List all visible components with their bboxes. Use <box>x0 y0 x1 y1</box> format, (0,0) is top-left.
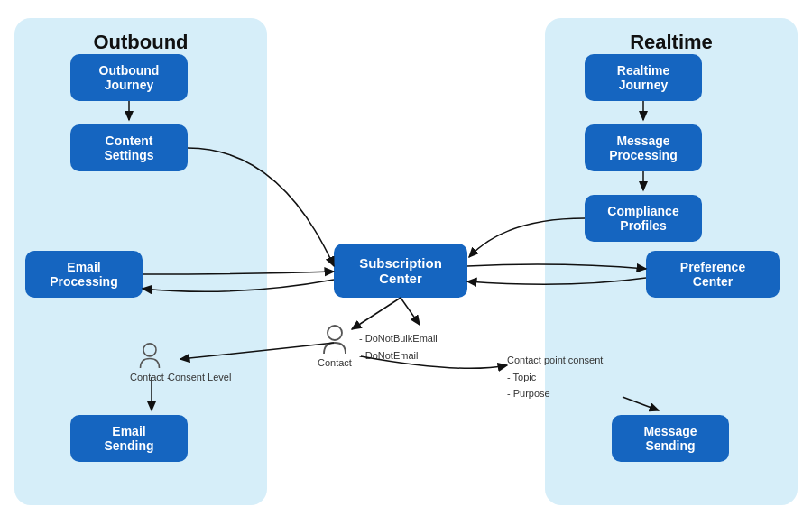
outbound-journey-box[interactable]: OutboundJourney <box>70 54 188 101</box>
message-sending-box[interactable]: MessageSending <box>612 415 729 462</box>
svg-line-5 <box>352 298 401 329</box>
realtime-title: Realtime <box>545 18 798 54</box>
contact-center-label: Contact <box>318 357 352 368</box>
svg-point-0 <box>328 326 342 340</box>
email-sending-box[interactable]: EmailSending <box>70 415 188 462</box>
contact-left-label: Contact - <box>130 372 171 382</box>
diagram-container: Outbound Realtime OutboundJourney Conten… <box>0 0 812 525</box>
contact-center-icon: Contact <box>318 323 352 368</box>
contact-point-label: Contact point consent - Topic - Purpose <box>507 352 603 402</box>
message-processing-box[interactable]: MessageProcessing <box>585 124 702 171</box>
outbound-title: Outbound <box>14 18 267 54</box>
content-settings-box[interactable]: ContentSettings <box>70 124 188 171</box>
preference-center-box[interactable]: PreferenceCenter <box>646 251 780 298</box>
svg-point-1 <box>143 344 156 356</box>
donot-flags: - DoNotBulkEmail - DoNotEmail <box>359 330 438 364</box>
contact-left-icon: Contact - <box>130 341 171 382</box>
svg-line-9 <box>401 298 420 325</box>
consent-level-label: Consent Level <box>168 370 231 385</box>
realtime-journey-box[interactable]: RealtimeJourney <box>585 54 702 101</box>
email-processing-box[interactable]: EmailProcessing <box>25 251 143 298</box>
subscription-center-box[interactable]: SubscriptionCenter <box>334 244 467 298</box>
compliance-profiles-box[interactable]: ComplianceProfiles <box>585 195 702 242</box>
